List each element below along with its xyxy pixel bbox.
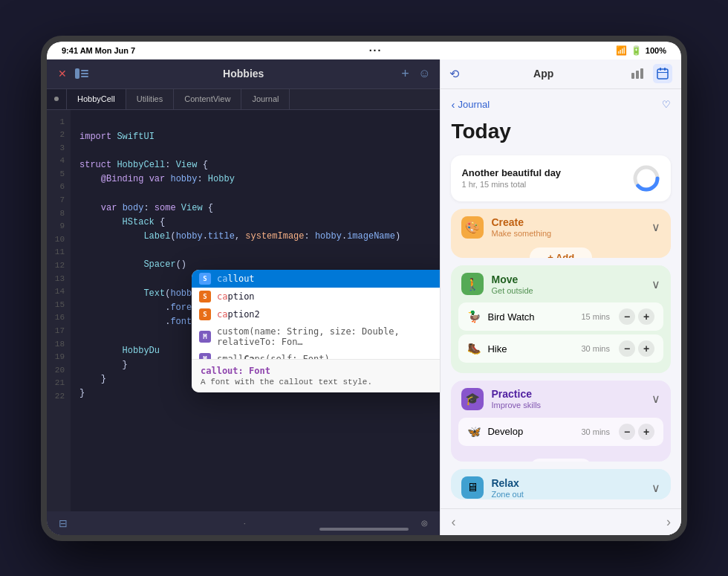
relax-chevron[interactable]: ∨ (651, 481, 660, 495)
hike-minus[interactable]: − (619, 340, 635, 357)
create-add-row: + Add (451, 246, 671, 259)
heart-icon[interactable]: ♡ (662, 99, 671, 110)
birdwatch-stepper[interactable]: − + (619, 308, 654, 325)
home-indicator (319, 528, 409, 531)
tab-contentview[interactable]: ContentView (174, 89, 241, 109)
svg-rect-1 (81, 70, 88, 71)
practice-chevron[interactable]: ∨ (651, 392, 660, 406)
practice-add-row: + Add (451, 457, 671, 462)
ipad-frame: 9:41 AM Mon Jun 7 ··· 📶 🔋 100% ✕ (41, 36, 687, 541)
calendar-icon[interactable] (653, 64, 672, 83)
editor-bottom-bar: ⊟ · ◎ (47, 511, 440, 535)
hike-stepper[interactable]: − + (619, 340, 654, 357)
ac-item-custom[interactable]: M custom(name: String, size: Double, rel… (192, 323, 440, 350)
ac-badge-s: S (199, 273, 211, 285)
svg-rect-5 (636, 71, 639, 79)
journal-toolbar: ⟲ App (441, 59, 681, 89)
summary-title: Another beautiful day (461, 167, 561, 178)
ac-detail: callout: Font A font with the callout te… (192, 359, 440, 392)
practice-info: Practice Improve skills (491, 388, 541, 410)
summary-subtitle: 1 hr, 15 mins total (461, 180, 561, 189)
develop-minus[interactable]: − (619, 424, 635, 440)
line-numbers: 12345 678910 1112131415 1617181920 2122 (47, 110, 71, 511)
create-icon: 🎨 (461, 216, 484, 239)
console-icon[interactable]: ⊟ (59, 517, 68, 529)
prev-arrow[interactable]: ‹ (451, 514, 455, 530)
svg-rect-7 (657, 69, 668, 79)
ac-item-callout[interactable]: S callout ⇥ (192, 270, 440, 288)
practice-add-button[interactable]: + Add (530, 459, 592, 462)
move-icon: 🚶 (461, 273, 484, 295)
next-arrow[interactable]: › (666, 514, 671, 530)
back-chevron-icon: ‹ (451, 98, 455, 111)
ac-detail-title: callout: Font (201, 366, 440, 376)
back-nav[interactable]: ‹ Journal ♡ (451, 98, 671, 111)
section-relax-left: 🖥 Relax Zone out (461, 476, 523, 499)
back-label[interactable]: Journal (458, 99, 490, 110)
develop-stepper[interactable]: − + (619, 424, 654, 440)
sidebar-toggle-icon[interactable] (75, 67, 88, 80)
svg-rect-10 (657, 72, 668, 73)
section-move-header[interactable]: 🚶 Move Get outside ∨ (451, 265, 671, 302)
file-tabs: HobbyCell Utilities ContentView Journal (47, 89, 440, 110)
summary-text: Another beautiful day 1 hr, 15 mins tota… (461, 167, 561, 189)
close-icon[interactable]: ✕ (56, 67, 69, 80)
section-relax-header[interactable]: 🖥 Relax Zone out ∨ (451, 469, 671, 499)
hike-time: 30 mins (581, 344, 610, 353)
hike-plus[interactable]: + (638, 340, 654, 357)
battery-icon: 🔋 (631, 45, 642, 56)
autocomplete-popup[interactable]: S callout ⇥ S caption S caption2 (192, 270, 440, 392)
add-file-icon[interactable]: + (398, 67, 412, 80)
create-chevron[interactable]: ∨ (651, 220, 660, 234)
journal-content[interactable]: ‹ Journal ♡ Today Another beautiful day … (441, 89, 681, 508)
editor-toolbar: ✕ Hobbies + ☺ (47, 59, 440, 89)
relax-title: Relax (491, 477, 523, 489)
practice-sub-items: 🦋 Develop 30 mins − + (451, 418, 671, 457)
section-create-header[interactable]: 🎨 Create Make something ∨ (451, 209, 671, 246)
create-info: Create Make something (491, 216, 551, 238)
birdwatch-minus[interactable]: − (619, 308, 635, 325)
ac-item-caption2[interactable]: S caption2 (192, 305, 440, 323)
move-info: Move Get outside (491, 274, 533, 295)
section-relax[interactable]: 🖥 Relax Zone out ∨ (451, 469, 671, 499)
ac-item-caption[interactable]: S caption (192, 288, 440, 305)
birdwatch-name: Bird Watch (487, 311, 575, 323)
status-right: 📶 🔋 100% (616, 45, 666, 56)
move-title: Move (491, 274, 533, 285)
list-item[interactable]: 🦋 Develop 30 mins − + (458, 418, 663, 446)
list-item[interactable]: 🦆 Bird Watch 15 mins − + (458, 302, 663, 331)
move-subtitle: Get outside (491, 286, 533, 295)
hike-name: Hike (487, 343, 575, 355)
main-area: ✕ Hobbies + ☺ (47, 59, 681, 535)
create-add-button[interactable]: + Add (530, 247, 592, 259)
birdwatch-time: 15 mins (581, 312, 610, 321)
tab-hobbycell[interactable]: HobbyCell (67, 89, 126, 109)
develop-icon: 🦋 (467, 425, 481, 439)
cursor-indicator: · (244, 519, 246, 528)
develop-plus[interactable]: + (638, 424, 654, 440)
status-bar: 9:41 AM Mon Jun 7 ··· 📶 🔋 100% (47, 42, 681, 59)
toolbar-left: ✕ (56, 67, 88, 80)
section-practice[interactable]: 🎓 Practice Improve skills ∨ 🦋 (451, 381, 671, 462)
tab-journal[interactable]: Journal (241, 89, 290, 109)
journal-panel: ⟲ App (440, 59, 681, 535)
svg-rect-9 (664, 68, 666, 71)
section-practice-header[interactable]: 🎓 Practice Improve skills ∨ (451, 381, 671, 418)
today-heading: Today (451, 120, 671, 143)
code-area[interactable]: 12345 678910 1112131415 1617181920 2122 … (47, 110, 440, 511)
develop-time: 30 mins (581, 427, 610, 436)
birdwatch-plus[interactable]: + (638, 308, 654, 325)
hike-icon: 🥾 (467, 342, 481, 355)
ac-item-smallcaps[interactable]: M smallCaps(self: Font) (192, 350, 440, 359)
rotate-icon[interactable]: ⟲ (449, 67, 459, 81)
tab-utilities[interactable]: Utilities (126, 89, 174, 109)
section-move[interactable]: 🚶 Move Get outside ∨ 🦆 Bir (451, 265, 671, 372)
develop-name: Develop (487, 426, 575, 437)
ac-badge-m1: M (199, 331, 211, 343)
move-chevron[interactable]: ∨ (651, 277, 660, 291)
section-create[interactable]: 🎨 Create Make something ∨ + Add (451, 209, 671, 259)
chart-icon[interactable] (628, 64, 647, 83)
list-item[interactable]: 🥾 Hike 30 mins − + (458, 334, 663, 363)
smiley-icon[interactable]: ☺ (417, 67, 431, 80)
practice-title: Practice (491, 388, 541, 400)
